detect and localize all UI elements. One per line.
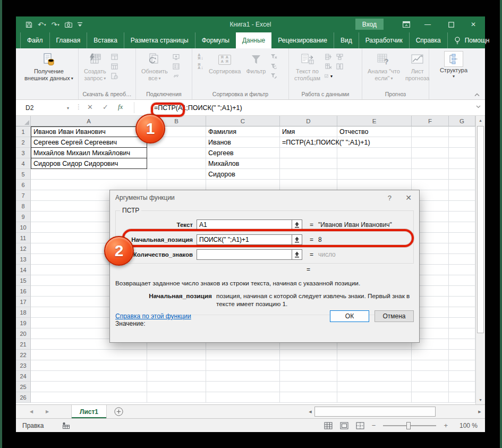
scroll-up-icon[interactable]: ▲: [476, 116, 485, 125]
cell-G19[interactable]: [449, 318, 475, 328]
row-header-22[interactable]: 22: [16, 350, 31, 360]
tab-data[interactable]: Данные: [236, 32, 271, 48]
recent-sources-icon[interactable]: [110, 72, 118, 80]
cell-G11[interactable]: [449, 233, 475, 243]
cell-G14[interactable]: [449, 265, 475, 275]
cell-F22[interactable]: [412, 350, 449, 360]
advanced-filter-icon[interactable]: [270, 72, 278, 80]
maximize-button[interactable]: [440, 16, 462, 32]
get-external-data-button[interactable]: Получение внешних данных: [22, 50, 76, 82]
argument-input-text[interactable]: [197, 219, 292, 230]
expand-formula-bar-icon[interactable]: [476, 105, 481, 108]
cell-G17[interactable]: [449, 297, 475, 307]
row-header-8[interactable]: 8: [16, 201, 31, 212]
normal-view-icon[interactable]: [324, 422, 333, 429]
cell-G10[interactable]: [449, 222, 475, 233]
row-header-23[interactable]: 23: [16, 360, 31, 371]
row-header-1[interactable]: 1: [16, 126, 31, 137]
cell-D26[interactable]: [280, 392, 337, 403]
row-header-21[interactable]: 21: [16, 339, 31, 350]
row-header-7[interactable]: 7: [16, 190, 31, 201]
minimize-button[interactable]: —: [417, 16, 438, 32]
sort-button[interactable]: Сортировка: [206, 50, 243, 75]
undo-button[interactable]: ↶▾: [38, 21, 46, 28]
cell-B5[interactable]: [147, 169, 206, 180]
column-header-D[interactable]: D: [280, 116, 337, 126]
cell-G12[interactable]: [449, 243, 475, 254]
cell-G7[interactable]: [449, 190, 475, 201]
cell-E4[interactable]: [337, 158, 412, 169]
cell-G2[interactable]: [449, 137, 475, 148]
cell-A1[interactable]: Иванов Иван Иванович: [31, 126, 147, 137]
row-header-20[interactable]: 20: [16, 328, 31, 339]
cell-C2[interactable]: Иванов: [206, 137, 280, 148]
cell-C26[interactable]: [206, 392, 280, 403]
row-header-24[interactable]: 24: [16, 371, 31, 382]
row-header-10[interactable]: 10: [16, 222, 31, 233]
tab-home[interactable]: Главная: [50, 32, 88, 48]
sheet-tab-active[interactable]: Лист1: [71, 405, 107, 418]
cell-A6[interactable]: [31, 180, 147, 190]
cell-G21[interactable]: [449, 339, 475, 350]
cell-D2[interactable]: =ПСТР(A1;ПОИСК(" ";A1)+1): [280, 137, 337, 148]
cell-A5[interactable]: [31, 169, 147, 180]
dialog-close-icon[interactable]: ✕: [405, 193, 412, 202]
scroll-right-icon[interactable]: ▶: [475, 407, 484, 417]
cell-G3[interactable]: [449, 148, 475, 158]
cell-B24[interactable]: [147, 371, 206, 382]
cell-D4[interactable]: [280, 158, 337, 169]
cell-C23[interactable]: [206, 360, 280, 371]
tab-help[interactable]: Справка: [410, 32, 448, 48]
argument-input-num-chars[interactable]: [197, 249, 292, 260]
cell-F4[interactable]: [412, 158, 449, 169]
cell-B6[interactable]: [147, 180, 206, 190]
redo-button[interactable]: ↷▾: [51, 21, 59, 28]
close-button[interactable]: ✕: [463, 16, 484, 32]
tab-tell-me[interactable]: Помощн: [448, 32, 496, 48]
cancel-button[interactable]: Отмена: [375, 310, 414, 322]
horizontal-scrollbar-track[interactable]: [436, 407, 475, 417]
cell-D6[interactable]: [280, 180, 337, 190]
page-layout-view-icon[interactable]: [340, 422, 348, 429]
reapply-filter-icon[interactable]: [270, 63, 278, 70]
scroll-left-icon[interactable]: ◀: [306, 407, 314, 417]
cell-G1[interactable]: [449, 126, 475, 137]
cell-A26[interactable]: [31, 392, 147, 403]
page-break-view-icon[interactable]: [356, 422, 364, 429]
cell-F3[interactable]: [412, 148, 449, 158]
zoom-slider-thumb[interactable]: [406, 422, 411, 429]
collapse-ribbon-icon[interactable]: [474, 93, 480, 97]
zoom-level[interactable]: 100 %: [455, 422, 478, 429]
cell-G5[interactable]: [449, 169, 475, 180]
cell-F26[interactable]: [412, 392, 449, 403]
cell-F25[interactable]: [412, 382, 449, 392]
tab-view[interactable]: Вид: [334, 32, 359, 48]
cell-D5[interactable]: [280, 169, 337, 180]
zoom-out-button[interactable]: −: [372, 421, 376, 429]
cell-D1[interactable]: Имя: [280, 126, 337, 137]
cell-C25[interactable]: [206, 382, 280, 392]
cell-G23[interactable]: [449, 360, 475, 371]
cell-E3[interactable]: [337, 148, 412, 158]
row-header-11[interactable]: 11: [16, 233, 31, 243]
row-header-9[interactable]: 9: [16, 212, 31, 222]
horizontal-scrollbar[interactable]: ◀ ▶: [306, 407, 484, 417]
cell-G9[interactable]: [449, 212, 475, 222]
what-if-analysis-button[interactable]: ? Анализ "что если": [365, 50, 403, 82]
cell-A22[interactable]: [31, 350, 147, 360]
column-header-C[interactable]: C: [206, 116, 280, 126]
share-button[interactable]: Поделиться: [498, 32, 502, 48]
tab-insert[interactable]: Вставка: [87, 32, 124, 48]
collapse-dialog-icon[interactable]: [292, 249, 302, 260]
row-header-16[interactable]: 16: [16, 286, 31, 297]
vertical-scrollbar[interactable]: ▲ ▼: [475, 116, 485, 404]
cell-G13[interactable]: [449, 254, 475, 265]
cell-G18[interactable]: [449, 307, 475, 318]
row-header-15[interactable]: 15: [16, 275, 31, 286]
edit-links-icon[interactable]: [172, 72, 180, 80]
row-header-5[interactable]: 5: [16, 169, 31, 180]
cell-A4[interactable]: Сидоров Сидор Сидорович: [31, 158, 147, 169]
row-header-6[interactable]: 6: [16, 180, 31, 190]
collapse-dialog-icon[interactable]: [292, 219, 302, 230]
row-header-25[interactable]: 25: [16, 382, 31, 392]
